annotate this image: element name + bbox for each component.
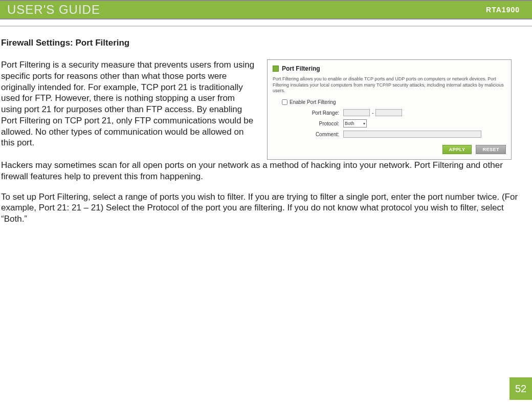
- protocol-row: Protocol: Both: [303, 119, 506, 127]
- comment-row: Comment:: [303, 131, 506, 138]
- comment-label: Comment:: [303, 132, 343, 137]
- content-area: Firewall Settings: Port Filtering Port F…: [0, 27, 532, 225]
- panel-title: Port Filtering: [282, 65, 320, 72]
- header-model: RTA1900: [486, 6, 520, 14]
- section-title: Firewall Settings: Port Filtering: [1, 38, 532, 48]
- panel-header: Port Filtering: [273, 65, 506, 72]
- enable-port-filtering-row: Enable Port Filtering: [282, 99, 506, 105]
- two-column-layout: Port Filtering is a security measure tha…: [1, 59, 532, 160]
- protocol-select[interactable]: Both: [343, 119, 367, 127]
- panel-buttons: APPLY RESET: [273, 145, 506, 154]
- paragraph-3: To set up Port Filtering, select a range…: [1, 191, 532, 225]
- page-number: 52: [509, 377, 532, 400]
- header-bar: USER'S GUIDE RTA1900: [0, 0, 532, 19]
- reset-button[interactable]: RESET: [476, 145, 506, 154]
- comment-input[interactable]: [343, 131, 481, 138]
- enable-port-filtering-checkbox[interactable]: [282, 99, 287, 105]
- header-title: USER'S GUIDE: [7, 3, 100, 17]
- panel-icon: [273, 66, 279, 72]
- panel-description: Port Filtering allows you to enable or d…: [273, 76, 506, 94]
- port-filtering-panel: Port Filtering Port Filtering allows you…: [267, 59, 512, 160]
- apply-button[interactable]: APPLY: [442, 145, 472, 154]
- port-range-start-input[interactable]: [343, 109, 370, 116]
- enable-port-filtering-label: Enable Port Filtering: [290, 99, 336, 105]
- protocol-value: Both: [345, 121, 354, 126]
- paragraph-2: Hackers may sometimes scan for all open …: [1, 160, 532, 182]
- protocol-label: Protocol:: [303, 121, 343, 126]
- port-range-label: Port Range:: [303, 110, 343, 116]
- port-range-dash: -: [370, 110, 375, 116]
- paragraph-1: Port Filtering is a security measure tha…: [1, 59, 258, 151]
- port-range-row: Port Range: -: [303, 109, 506, 116]
- port-range-end-input[interactable]: [375, 109, 402, 116]
- panel-form: Port Range: - Protocol: Both Comment:: [303, 109, 506, 138]
- screenshot-panel-wrap: Port Filtering Port Filtering allows you…: [267, 59, 512, 160]
